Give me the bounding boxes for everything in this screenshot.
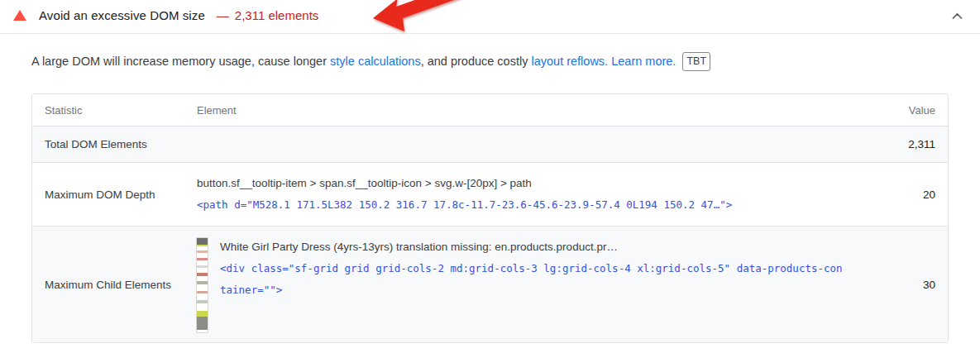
dom-stats-table: Statistic Element Value Total DOM Elemen… xyxy=(31,93,949,343)
table-header-row: Statistic Element Value xyxy=(32,94,948,126)
element-cell: White Girl Party Dress (4yrs-13yrs) tran… xyxy=(184,227,855,343)
value-cell: 20 xyxy=(855,163,948,227)
tbt-metric-chip: TBT xyxy=(682,52,710,71)
audit-card: Avoid an excessive DOM size — 2,311 elem… xyxy=(0,0,980,343)
element-cell: button.sf__tooltip-item > span.sf__toolt… xyxy=(184,163,855,227)
display-value-separator: — xyxy=(217,8,229,22)
column-header-value: Value xyxy=(855,94,948,126)
value-cell: 30 xyxy=(855,227,948,343)
node-snippet: <path d="M528.1 171.5L382 150.2 316.7 17… xyxy=(197,194,843,216)
layout-reflows-link[interactable]: layout reflows. xyxy=(531,55,608,68)
style-calculations-link[interactable]: style calculations xyxy=(330,55,421,68)
statistic-label: Total DOM Elements xyxy=(32,126,184,163)
column-header-element: Element xyxy=(184,94,855,126)
audit-description: A large DOM will increase memory usage, … xyxy=(31,52,949,71)
node-label: White Girl Party Dress (4yrs-13yrs) tran… xyxy=(220,236,843,258)
page-thumbnail xyxy=(197,238,208,332)
statistic-label: Maximum Child Elements xyxy=(32,227,184,343)
description-text: A large DOM will increase memory usage, … xyxy=(31,55,330,68)
audit-title: Avoid an excessive DOM size xyxy=(39,8,205,22)
column-header-statistic: Statistic xyxy=(32,94,184,126)
element-cell xyxy=(184,126,855,163)
description-text: , and produce costly xyxy=(421,55,532,68)
table-row-total-dom-elements: Total DOM Elements 2,311 xyxy=(32,126,948,163)
statistic-label: Maximum DOM Depth xyxy=(32,163,184,227)
table-row-maximum-dom-depth: Maximum DOM Depth button.sf__tooltip-ite… xyxy=(32,163,948,227)
node-snippet: <div class="sf-grid grid grid-cols-2 md:… xyxy=(220,258,843,301)
audit-display-value: 2,311 elements xyxy=(235,8,318,22)
fail-triangle-icon xyxy=(13,10,26,21)
collapse-chevron-icon[interactable] xyxy=(949,9,965,22)
node-selector: button.sf__tooltip-item > span.sf__toolt… xyxy=(197,173,843,194)
value-cell: 2,311 xyxy=(855,126,948,163)
audit-header[interactable]: Avoid an excessive DOM size — 2,311 elem… xyxy=(0,0,980,34)
learn-more-link[interactable]: Learn more. xyxy=(611,55,676,68)
red-arrow-annotation-icon xyxy=(370,0,485,35)
table-row-maximum-child-elements: Maximum Child Elements White Girl Party … xyxy=(32,227,948,343)
